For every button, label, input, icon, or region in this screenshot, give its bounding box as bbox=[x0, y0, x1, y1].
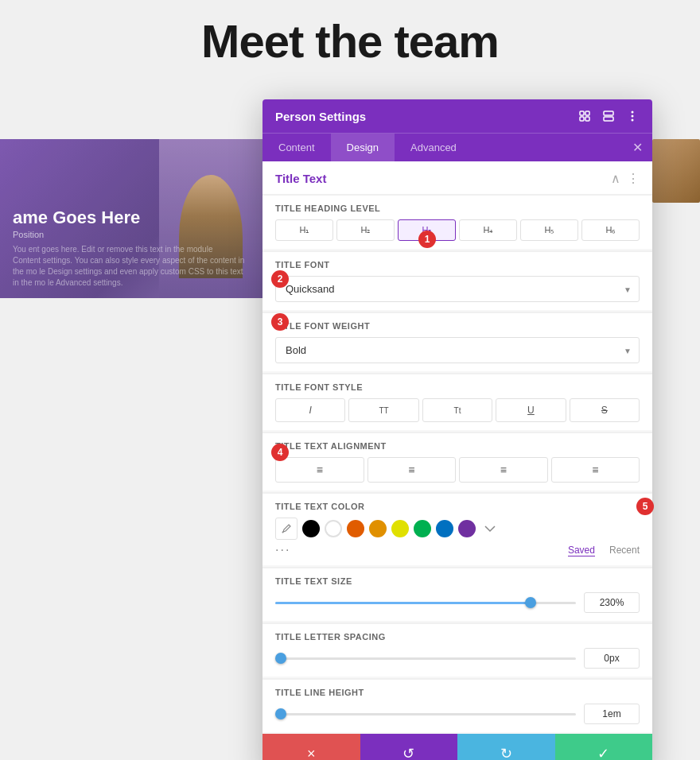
section-title: Title Text bbox=[275, 172, 326, 185]
text-size-fill bbox=[275, 602, 531, 604]
collapse-icon[interactable]: ∧ bbox=[611, 171, 620, 186]
section-header: Title Text ∧ ⋮ bbox=[262, 161, 652, 194]
letter-spacing-slider-row bbox=[275, 648, 640, 669]
eyedropper-tool[interactable] bbox=[275, 518, 298, 540]
font-select[interactable]: Quicksand bbox=[275, 276, 640, 302]
color-orange[interactable] bbox=[347, 520, 364, 537]
heading-h5[interactable]: H₅ bbox=[520, 219, 578, 241]
person-position: Position bbox=[13, 230, 250, 239]
svg-point-9 bbox=[282, 532, 284, 533]
color-yellow[interactable] bbox=[391, 520, 409, 537]
page-title-area: Meet the team bbox=[0, 0, 700, 68]
font-group: Title Font Quicksand ▼ bbox=[262, 252, 652, 310]
text-size-thumb[interactable] bbox=[525, 597, 536, 608]
letter-spacing-value[interactable] bbox=[584, 648, 640, 669]
color-white[interactable] bbox=[325, 520, 342, 537]
badge-5: 5 bbox=[636, 498, 654, 515]
heading-level-group: Title Heading Level H₁ H₂ H₃ H₄ H₅ H₆ bbox=[262, 196, 652, 249]
panel-tabs: Content Design Advanced ✕ bbox=[262, 133, 652, 161]
color-blue[interactable] bbox=[436, 520, 453, 537]
letter-spacing-group: Title Letter Spacing bbox=[262, 624, 652, 677]
align-buttons: ≡ ≡ ≡ ≡ bbox=[275, 457, 640, 483]
letter-spacing-thumb[interactable] bbox=[275, 653, 286, 664]
background-card: ame Goes Here Position You ent goes here… bbox=[0, 139, 262, 298]
heading-h4[interactable]: H₄ bbox=[459, 219, 517, 241]
color-tab-recent[interactable]: Recent bbox=[609, 545, 640, 556]
align-center-btn[interactable]: ≡ bbox=[368, 457, 457, 483]
svg-rect-3 bbox=[585, 117, 589, 121]
fullscreen-icon[interactable] bbox=[578, 109, 592, 123]
capitalize-btn[interactable]: Tt bbox=[422, 398, 492, 422]
heading-level-label: Title Heading Level bbox=[275, 204, 640, 213]
line-height-track bbox=[275, 713, 576, 715]
header-icons bbox=[578, 109, 640, 123]
save-button[interactable]: ✓ bbox=[555, 734, 653, 760]
italic-btn[interactable]: I bbox=[275, 398, 345, 422]
more-options-icon[interactable] bbox=[625, 109, 640, 123]
badge-4: 4 bbox=[271, 444, 289, 461]
svg-rect-1 bbox=[585, 111, 589, 115]
svg-rect-0 bbox=[580, 111, 584, 115]
uppercase-btn[interactable]: TT bbox=[348, 398, 418, 422]
heading-h2[interactable]: H₂ bbox=[336, 219, 395, 241]
text-color-label: Title Text Color bbox=[275, 502, 640, 511]
color-amber[interactable] bbox=[369, 520, 387, 537]
heading-buttons: H₁ H₂ H₃ H₄ H₅ H₆ bbox=[275, 219, 640, 241]
tab-content[interactable]: Content bbox=[262, 134, 331, 161]
text-size-label: Title Text Size bbox=[275, 576, 640, 586]
panel-close-button[interactable]: ✕ bbox=[623, 134, 652, 161]
align-left-btn[interactable]: ≡ bbox=[275, 457, 364, 483]
line-height-group: Title Line Height bbox=[262, 680, 652, 732]
redo-button[interactable]: ↻ bbox=[457, 734, 555, 760]
settings-panel: Person Settings bbox=[262, 99, 652, 760]
underline-btn[interactable]: U bbox=[496, 398, 566, 422]
svg-rect-2 bbox=[580, 117, 584, 121]
font-style-group: Title Font Style I TT Tt U S bbox=[262, 374, 652, 430]
heading-h6[interactable]: H₆ bbox=[581, 219, 640, 241]
svg-point-7 bbox=[632, 115, 634, 118]
text-size-slider-row bbox=[275, 592, 640, 613]
text-alignment-group: Title Text Alignment ≡ ≡ ≡ ≡ bbox=[262, 433, 652, 491]
action-bar: × ↺ ↻ ✓ bbox=[262, 734, 652, 760]
font-style-label: Title Font Style bbox=[275, 382, 640, 392]
font-select-wrapper: Quicksand ▼ bbox=[275, 276, 640, 302]
align-justify-btn[interactable]: ≡ bbox=[551, 457, 640, 483]
heading-h1[interactable]: H₁ bbox=[275, 219, 333, 241]
align-right-btn[interactable]: ≡ bbox=[459, 457, 548, 483]
line-height-thumb[interactable] bbox=[275, 708, 286, 719]
font-weight-label: Title Font Weight bbox=[275, 321, 640, 331]
more-colors[interactable]: ··· bbox=[275, 543, 290, 557]
line-height-value[interactable] bbox=[584, 704, 640, 724]
text-size-group: Title Text Size bbox=[262, 568, 652, 621]
strikethrough-btn[interactable]: S bbox=[570, 398, 640, 422]
style-buttons: I TT Tt U S bbox=[275, 398, 640, 422]
page-title: Meet the team bbox=[0, 14, 700, 68]
svg-rect-4 bbox=[604, 111, 613, 115]
panel-title: Person Settings bbox=[275, 110, 366, 123]
text-alignment-label: Title Text Alignment bbox=[275, 441, 640, 451]
letter-spacing-track bbox=[275, 657, 576, 660]
color-black[interactable] bbox=[302, 520, 320, 537]
section-more-icon[interactable]: ⋮ bbox=[627, 171, 640, 186]
svg-rect-5 bbox=[604, 117, 613, 121]
color-swatches-row bbox=[275, 518, 640, 540]
reset-button[interactable]: ↺ bbox=[360, 734, 458, 760]
text-size-track bbox=[275, 602, 576, 604]
text-size-value[interactable] bbox=[584, 592, 640, 613]
cancel-button[interactable]: × bbox=[262, 734, 360, 760]
layout-icon[interactable] bbox=[601, 109, 616, 123]
panel-header: Person Settings bbox=[262, 99, 652, 133]
font-weight-select-wrapper: Bold ▼ bbox=[275, 337, 640, 363]
font-weight-select[interactable]: Bold bbox=[275, 337, 640, 363]
color-tab-saved[interactable]: Saved bbox=[568, 545, 595, 556]
tab-advanced[interactable]: Advanced bbox=[395, 134, 472, 161]
svg-point-8 bbox=[632, 119, 634, 122]
letter-spacing-label: Title Letter Spacing bbox=[275, 632, 640, 642]
color-more-row: ··· Saved Recent bbox=[275, 543, 640, 557]
badge-3: 3 bbox=[271, 313, 289, 331]
tab-design[interactable]: Design bbox=[331, 134, 395, 161]
color-green[interactable] bbox=[414, 520, 431, 537]
color-purple[interactable] bbox=[458, 520, 476, 537]
badge-1: 1 bbox=[418, 231, 436, 248]
card-overlay: ame Goes Here Position You ent goes here… bbox=[0, 198, 262, 298]
